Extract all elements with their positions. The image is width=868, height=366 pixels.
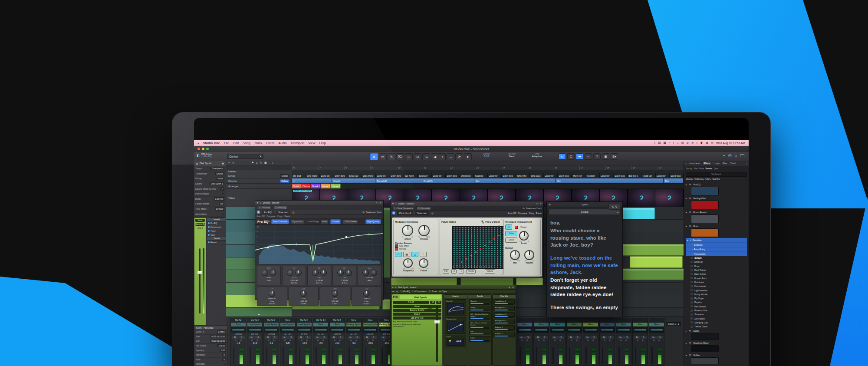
tab-loops[interactable]: Loops	[713, 162, 720, 165]
audio-clip[interactable]	[622, 244, 684, 256]
preset-item[interactable]: Frayed Rock	[686, 276, 747, 280]
lyric-event[interactable]: Long we'	[488, 173, 502, 178]
pan-mode-dropdown[interactable]: Dual ▾	[393, 313, 441, 316]
frequency-knob[interactable]	[403, 258, 413, 268]
collapse-icon[interactable]: ▾	[392, 286, 394, 289]
fader-track[interactable]	[266, 347, 267, 364]
goto-button[interactable]: ➡	[576, 153, 583, 160]
mixer-channel-strip[interactable]: Mai Tai Bass L58 R01 MS -4.9	[230, 318, 246, 366]
audio-clip[interactable]	[630, 256, 683, 268]
cue-slot[interactable]: Submix 2	[493, 332, 515, 337]
sort-vendor[interactable]: Vendor	[706, 168, 713, 170]
lyric-event[interactable]: Number	[586, 173, 600, 178]
mixer-bus-strip[interactable]: Main MS	[632, 318, 648, 366]
mix-knob[interactable]	[510, 250, 520, 260]
sidechain-button[interactable]: Sidechain	[276, 211, 290, 214]
mixer-channel-strip[interactable]: Mai Tai 3 2 Pads <L> <R> MS -2.5	[313, 318, 329, 366]
fader-track[interactable]	[283, 347, 284, 364]
solo-button[interactable]: S	[371, 336, 377, 339]
solo-button[interactable]: S	[542, 336, 548, 339]
fader-track[interactable]	[569, 347, 570, 364]
pin-icon[interactable]: ✎	[536, 202, 538, 205]
event-param-row[interactable]: Normalize	[194, 362, 227, 366]
chord-event[interactable]: Dm	[664, 178, 684, 183]
mute-button[interactable]: M	[298, 336, 304, 339]
channel-name[interactable]: Dial Synth	[400, 295, 441, 299]
arranger-section[interactable]: Verse 1	[321, 184, 331, 188]
marker-lane[interactable]	[292, 170, 684, 173]
follow-knob[interactable]	[419, 258, 428, 268]
status-icon[interactable]: ⊙	[686, 142, 688, 145]
send-slot[interactable]: FX 2	[469, 336, 490, 342]
arranger-track-header[interactable]: Arranger	[226, 184, 292, 189]
preset-item[interactable]: Fulminant	[686, 280, 747, 284]
mute-button[interactable]: M	[381, 336, 387, 339]
lyric-event[interactable]: Oftentime	[460, 173, 474, 178]
lyric-event[interactable]: Long we'	[600, 173, 614, 178]
eq-band-group[interactable]: Gain 0.00 dBAuto	[358, 266, 381, 285]
knob[interactable]	[270, 270, 276, 276]
status-icon[interactable]: ◍	[681, 142, 684, 145]
status-icon[interactable]: ⌕	[696, 142, 698, 145]
chord-event[interactable]: Dsus4	[332, 178, 375, 183]
audio-clip[interactable]	[622, 208, 655, 219]
solo-button[interactable]: S	[354, 336, 360, 339]
fader-track[interactable]	[199, 248, 201, 313]
insert-tab[interactable]: 1 - Tone Generator	[392, 207, 414, 210]
output-selector[interactable]: Output 1 + 2	[666, 322, 681, 326]
status-icon[interactable]: ▤	[658, 142, 661, 145]
tag-search-input[interactable]: Tag Search	[686, 172, 747, 177]
gain-readout[interactable]: 0.0 dB	[393, 301, 429, 304]
inspector-row[interactable]: GroupNone	[194, 176, 226, 181]
insert-slot[interactable]: Pro EQ	[445, 299, 466, 316]
level-knob[interactable]	[519, 231, 529, 241]
plug-icon[interactable]: ⌁	[723, 153, 725, 158]
gear-icon[interactable]: ⚙	[362, 211, 365, 214]
lyric-event[interactable]: Don't forg	[390, 173, 404, 178]
audio-clip[interactable]	[460, 277, 513, 285]
volume-button[interactable]: Volume	[485, 269, 495, 274]
fader-track[interactable]	[618, 347, 620, 364]
monitor-button[interactable]	[289, 340, 291, 341]
mute-button[interactable]: M	[331, 336, 337, 339]
menu-item[interactable]: Event	[266, 141, 274, 145]
eq-band-group[interactable]: LF 11.74-24.30 dB20.0 Hz	[282, 266, 306, 285]
mixer-bus-strip[interactable]: Main MS	[583, 318, 598, 366]
mixer-bus-strip[interactable]: Main MS	[550, 318, 566, 366]
insert-tab[interactable]: 1 - Tricomp	[257, 206, 272, 209]
preset-item[interactable]: Swinging Cab	[686, 320, 747, 324]
preset-item[interactable]: Rotarius One	[686, 308, 747, 312]
solo-button[interactable]: S	[272, 336, 278, 339]
send-slot[interactable]: Reverb	[207, 241, 227, 244]
lyric-event[interactable]: Tugging	[474, 173, 488, 178]
send-slot[interactable]: Delay	[469, 306, 490, 311]
insert-slot[interactable]: Pro EQ	[207, 221, 227, 225]
plugin-thumbnail[interactable]	[691, 228, 719, 237]
eq-curve-display[interactable]: +18+60-6-18	[255, 225, 383, 264]
mixer-channel-strip[interactable]: Mai Tai 4 Lead Synths R7 R75 MS -10.9	[296, 318, 312, 366]
close-icon[interactable]: ✕	[379, 201, 381, 204]
attack-knob[interactable]	[402, 225, 413, 236]
mute-button[interactable]: M	[601, 336, 607, 339]
fader-track[interactable]	[299, 347, 300, 364]
monitor-button[interactable]	[658, 340, 660, 341]
plugin-thumbnail[interactable]	[691, 201, 719, 209]
layout-button[interactable]: ≣▾	[611, 153, 618, 160]
monitor-button[interactable]	[273, 340, 275, 341]
fx-plugin-row[interactable]: ▸FXSplitter	[686, 353, 747, 357]
monitor-button[interactable]	[592, 340, 594, 341]
mute-button[interactable]: M	[651, 336, 657, 339]
lyric-event[interactable]: Hand yer	[641, 173, 655, 178]
close-icon[interactable]: ✕	[539, 202, 542, 205]
autoscroll-icon[interactable]: ⇥	[438, 153, 446, 160]
lyric-event[interactable]: There sh	[572, 173, 585, 178]
flip-button[interactable]: Flip	[443, 269, 449, 274]
knob[interactable]	[371, 270, 377, 276]
power-icon[interactable]: ⏻	[395, 252, 402, 257]
insert-tab[interactable]: 3 - Tuner	[429, 290, 437, 293]
range-tool-button[interactable]: ▭	[379, 153, 387, 160]
mute-button[interactable]: M	[519, 336, 525, 339]
paste-button[interactable]: Paste	[284, 215, 289, 218]
record-arm-button[interactable]	[521, 340, 523, 341]
fader-track[interactable]	[585, 347, 587, 364]
